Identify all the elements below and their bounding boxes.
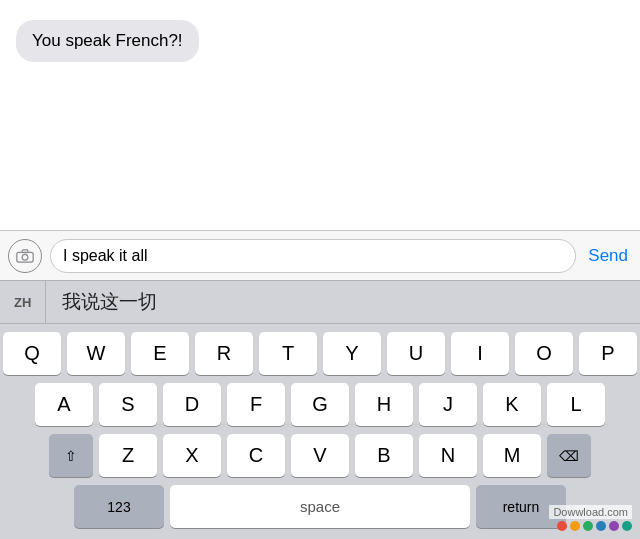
keyboard-row-1: Q W E R T Y U I O P: [3, 332, 637, 375]
autocomplete-lang: ZH: [0, 281, 46, 323]
key-f[interactable]: F: [227, 383, 285, 426]
key-a[interactable]: A: [35, 383, 93, 426]
autocomplete-bar: ZH 我说这一切: [0, 280, 640, 324]
keyboard: Q W E R T Y U I O P A S D F G H J K L ⇧ …: [0, 324, 640, 539]
key-return[interactable]: return: [476, 485, 566, 528]
autocomplete-suggestion[interactable]: 我说这一切: [46, 289, 640, 315]
input-bar: Send: [0, 230, 640, 280]
keyboard-row-3: ⇧ Z X C V B N M ⌫: [3, 434, 637, 477]
svg-rect-2: [22, 249, 28, 252]
key-m[interactable]: M: [483, 434, 541, 477]
key-p[interactable]: P: [579, 332, 637, 375]
bubble-text: You speak French?!: [32, 31, 183, 50]
key-g[interactable]: G: [291, 383, 349, 426]
key-w[interactable]: W: [67, 332, 125, 375]
key-k[interactable]: K: [483, 383, 541, 426]
key-d[interactable]: D: [163, 383, 221, 426]
key-j[interactable]: J: [419, 383, 477, 426]
send-button[interactable]: Send: [584, 246, 632, 266]
key-c[interactable]: C: [227, 434, 285, 477]
key-123[interactable]: 123: [74, 485, 164, 528]
key-t[interactable]: T: [259, 332, 317, 375]
camera-button[interactable]: [8, 239, 42, 273]
key-v[interactable]: V: [291, 434, 349, 477]
key-h[interactable]: H: [355, 383, 413, 426]
key-n[interactable]: N: [419, 434, 477, 477]
key-s[interactable]: S: [99, 383, 157, 426]
keyboard-row-4: 123 space return: [3, 485, 637, 528]
key-q[interactable]: Q: [3, 332, 61, 375]
chat-area: You speak French?!: [0, 0, 640, 230]
key-x[interactable]: X: [163, 434, 221, 477]
key-e[interactable]: E: [131, 332, 189, 375]
key-u[interactable]: U: [387, 332, 445, 375]
key-backspace[interactable]: ⌫: [547, 434, 591, 477]
keyboard-row-2: A S D F G H J K L: [3, 383, 637, 426]
key-i[interactable]: I: [451, 332, 509, 375]
key-o[interactable]: O: [515, 332, 573, 375]
message-bubble: You speak French?!: [16, 20, 199, 62]
message-input[interactable]: [63, 247, 563, 265]
key-shift[interactable]: ⇧: [49, 434, 93, 477]
key-l[interactable]: L: [547, 383, 605, 426]
svg-point-1: [22, 254, 28, 260]
key-b[interactable]: B: [355, 434, 413, 477]
key-y[interactable]: Y: [323, 332, 381, 375]
camera-icon: [16, 249, 34, 263]
key-space[interactable]: space: [170, 485, 470, 528]
key-r[interactable]: R: [195, 332, 253, 375]
key-z[interactable]: Z: [99, 434, 157, 477]
message-input-field[interactable]: [50, 239, 576, 273]
